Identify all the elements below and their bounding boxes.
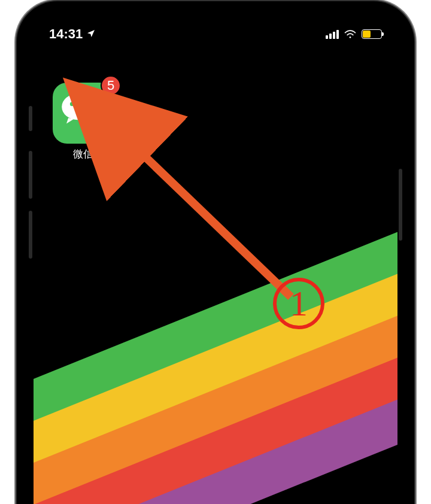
volume-up-button[interactable]: [29, 151, 32, 199]
screen: 14:31: [34, 16, 397, 504]
svg-point-6: [93, 114, 97, 117]
location-arrow-icon: [86, 26, 96, 42]
mute-switch[interactable]: [29, 106, 32, 131]
cellular-signal-icon: [326, 29, 339, 39]
battery-fill: [363, 31, 371, 38]
wifi-icon: [344, 29, 357, 39]
svg-point-5: [85, 114, 89, 117]
phone-frame: 14:31: [17, 1, 414, 504]
notification-badge: 5: [101, 75, 121, 96]
svg-point-3: [80, 102, 84, 106]
power-button[interactable]: [399, 169, 402, 241]
svg-point-0: [350, 37, 351, 38]
notch: [138, 16, 293, 40]
app-label-wechat: 微信: [53, 147, 114, 161]
app-wechat[interactable]: 5: [53, 83, 114, 144]
annotation-marker: 1: [273, 278, 324, 329]
wechat-icon: [60, 91, 107, 135]
status-time: 14:31: [49, 26, 83, 42]
svg-point-2: [70, 102, 74, 106]
battery-icon: [362, 29, 382, 39]
annotation-marker-label: 1: [290, 286, 308, 321]
volume-down-button[interactable]: [29, 211, 32, 259]
svg-point-4: [78, 107, 105, 129]
